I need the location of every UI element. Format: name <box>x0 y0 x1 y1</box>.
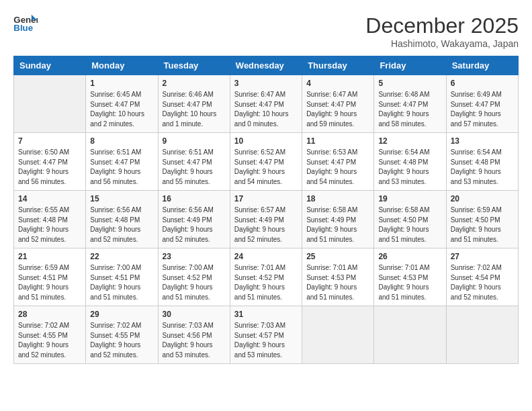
month-title: December 2025 <box>365 13 519 38</box>
calendar-week-5: 28Sunrise: 7:02 AMSunset: 4:55 PMDayligh… <box>14 306 519 364</box>
day-number: 25 <box>306 252 369 261</box>
day-number: 10 <box>234 136 298 146</box>
calendar-week-3: 14Sunrise: 6:55 AMSunset: 4:48 PMDayligh… <box>14 191 519 248</box>
page-header: General Blue General Blue December 2025 … <box>13 13 519 49</box>
calendar-cell: 13Sunrise: 6:54 AMSunset: 4:48 PMDayligh… <box>446 133 518 191</box>
calendar-cell: 28Sunrise: 7:02 AMSunset: 4:55 PMDayligh… <box>14 306 86 364</box>
calendar-week-1: 1Sunrise: 6:45 AMSunset: 4:47 PMDaylight… <box>14 75 519 133</box>
day-number: 28 <box>18 310 81 319</box>
day-number: 2 <box>163 79 226 88</box>
location-subtitle: Hashimoto, Wakayama, Japan <box>365 38 519 49</box>
day-number: 26 <box>378 252 441 261</box>
day-info: Sunrise: 6:48 AMSunset: 4:47 PMDaylight:… <box>378 90 441 129</box>
calendar-cell: 11Sunrise: 6:53 AMSunset: 4:47 PMDayligh… <box>302 133 374 191</box>
calendar-cell: 22Sunrise: 7:00 AMSunset: 4:51 PMDayligh… <box>86 248 158 306</box>
calendar-cell: 31Sunrise: 7:03 AMSunset: 4:57 PMDayligh… <box>230 306 302 364</box>
day-info: Sunrise: 6:51 AMSunset: 4:47 PMDaylight:… <box>163 148 226 187</box>
calendar-cell: 20Sunrise: 6:59 AMSunset: 4:50 PMDayligh… <box>446 191 518 248</box>
header-thursday: Thursday <box>302 56 374 75</box>
day-info: Sunrise: 6:53 AMSunset: 4:47 PMDaylight:… <box>306 148 369 187</box>
calendar-cell: 18Sunrise: 6:58 AMSunset: 4:49 PMDayligh… <box>302 191 374 248</box>
day-number: 3 <box>234 79 298 88</box>
calendar-cell: 2Sunrise: 6:46 AMSunset: 4:47 PMDaylight… <box>158 75 230 133</box>
calendar-cell: 4Sunrise: 6:47 AMSunset: 4:47 PMDaylight… <box>302 75 374 133</box>
day-info: Sunrise: 7:03 AMSunset: 4:57 PMDaylight:… <box>234 321 298 360</box>
calendar-cell: 12Sunrise: 6:54 AMSunset: 4:48 PMDayligh… <box>374 133 446 191</box>
calendar-cell: 8Sunrise: 6:51 AMSunset: 4:47 PMDaylight… <box>86 133 158 191</box>
day-info: Sunrise: 6:56 AMSunset: 4:48 PMDaylight:… <box>90 205 153 244</box>
day-info: Sunrise: 6:57 AMSunset: 4:49 PMDaylight:… <box>234 205 298 244</box>
calendar-cell: 9Sunrise: 6:51 AMSunset: 4:47 PMDaylight… <box>158 133 230 191</box>
day-number: 4 <box>306 79 369 88</box>
header-monday: Monday <box>86 56 158 75</box>
calendar-cell: 19Sunrise: 6:58 AMSunset: 4:50 PMDayligh… <box>374 191 446 248</box>
calendar-cell: 27Sunrise: 7:02 AMSunset: 4:54 PMDayligh… <box>446 248 518 306</box>
header-saturday: Saturday <box>446 56 518 75</box>
day-info: Sunrise: 6:54 AMSunset: 4:48 PMDaylight:… <box>451 148 514 187</box>
calendar-cell <box>302 306 374 364</box>
day-number: 20 <box>451 194 514 203</box>
calendar-cell: 21Sunrise: 6:59 AMSunset: 4:51 PMDayligh… <box>14 248 86 306</box>
day-number: 21 <box>18 252 81 261</box>
day-number: 7 <box>18 136 81 146</box>
calendar-cell: 7Sunrise: 6:50 AMSunset: 4:47 PMDaylight… <box>14 133 86 191</box>
header-friday: Friday <box>374 56 446 75</box>
day-info: Sunrise: 7:00 AMSunset: 4:51 PMDaylight:… <box>90 263 153 302</box>
day-number: 16 <box>163 194 226 203</box>
day-info: Sunrise: 6:58 AMSunset: 4:50 PMDaylight:… <box>378 205 441 244</box>
calendar-table: SundayMondayTuesdayWednesdayThursdayFrid… <box>13 56 519 364</box>
calendar-cell: 6Sunrise: 6:49 AMSunset: 4:47 PMDaylight… <box>446 75 518 133</box>
header-tuesday: Tuesday <box>158 56 230 75</box>
calendar-cell: 23Sunrise: 7:00 AMSunset: 4:52 PMDayligh… <box>158 248 230 306</box>
title-block: December 2025 Hashimoto, Wakayama, Japan <box>365 13 519 49</box>
logo: General Blue General Blue <box>13 13 38 34</box>
calendar-cell <box>446 306 518 364</box>
day-info: Sunrise: 6:58 AMSunset: 4:49 PMDaylight:… <box>306 205 369 244</box>
calendar-cell: 10Sunrise: 6:52 AMSunset: 4:47 PMDayligh… <box>230 133 302 191</box>
day-number: 27 <box>451 252 514 261</box>
header-wednesday: Wednesday <box>230 56 302 75</box>
calendar-cell: 15Sunrise: 6:56 AMSunset: 4:48 PMDayligh… <box>86 191 158 248</box>
logo-icon: General Blue <box>13 13 38 34</box>
day-info: Sunrise: 7:02 AMSunset: 4:55 PMDaylight:… <box>90 321 153 360</box>
day-info: Sunrise: 7:02 AMSunset: 4:54 PMDaylight:… <box>451 263 514 302</box>
day-number: 29 <box>90 310 153 319</box>
day-number: 1 <box>90 79 153 88</box>
day-number: 19 <box>378 194 441 203</box>
day-info: Sunrise: 6:59 AMSunset: 4:50 PMDaylight:… <box>451 205 514 244</box>
day-info: Sunrise: 7:02 AMSunset: 4:55 PMDaylight:… <box>18 321 81 360</box>
day-number: 6 <box>451 79 514 88</box>
day-info: Sunrise: 6:47 AMSunset: 4:47 PMDaylight:… <box>306 90 369 129</box>
day-info: Sunrise: 6:59 AMSunset: 4:51 PMDaylight:… <box>18 263 81 302</box>
day-info: Sunrise: 6:54 AMSunset: 4:48 PMDaylight:… <box>378 148 441 187</box>
day-number: 23 <box>163 252 226 261</box>
day-info: Sunrise: 6:47 AMSunset: 4:47 PMDaylight:… <box>234 90 298 129</box>
calendar-header-row: SundayMondayTuesdayWednesdayThursdayFrid… <box>14 56 519 75</box>
calendar-cell <box>374 306 446 364</box>
day-number: 11 <box>306 136 369 146</box>
day-info: Sunrise: 7:01 AMSunset: 4:53 PMDaylight:… <box>306 263 369 302</box>
calendar-week-4: 21Sunrise: 6:59 AMSunset: 4:51 PMDayligh… <box>14 248 519 306</box>
calendar-cell: 25Sunrise: 7:01 AMSunset: 4:53 PMDayligh… <box>302 248 374 306</box>
day-info: Sunrise: 7:03 AMSunset: 4:56 PMDaylight:… <box>163 321 226 360</box>
svg-text:Blue: Blue <box>13 23 33 33</box>
calendar-cell <box>14 75 86 133</box>
day-number: 5 <box>378 79 441 88</box>
calendar-cell: 14Sunrise: 6:55 AMSunset: 4:48 PMDayligh… <box>14 191 86 248</box>
header-sunday: Sunday <box>14 56 86 75</box>
day-number: 24 <box>234 252 298 261</box>
day-info: Sunrise: 6:52 AMSunset: 4:47 PMDaylight:… <box>234 148 298 187</box>
calendar-cell: 26Sunrise: 7:01 AMSunset: 4:53 PMDayligh… <box>374 248 446 306</box>
calendar-week-2: 7Sunrise: 6:50 AMSunset: 4:47 PMDaylight… <box>14 133 519 191</box>
day-info: Sunrise: 6:56 AMSunset: 4:49 PMDaylight:… <box>163 205 226 244</box>
day-info: Sunrise: 6:45 AMSunset: 4:47 PMDaylight:… <box>90 90 153 129</box>
calendar-cell: 5Sunrise: 6:48 AMSunset: 4:47 PMDaylight… <box>374 75 446 133</box>
day-number: 9 <box>163 136 226 146</box>
day-info: Sunrise: 6:50 AMSunset: 4:47 PMDaylight:… <box>18 148 81 187</box>
day-info: Sunrise: 6:55 AMSunset: 4:48 PMDaylight:… <box>18 205 81 244</box>
day-info: Sunrise: 7:01 AMSunset: 4:53 PMDaylight:… <box>378 263 441 302</box>
calendar-cell: 24Sunrise: 7:01 AMSunset: 4:52 PMDayligh… <box>230 248 302 306</box>
day-number: 13 <box>451 136 514 146</box>
day-number: 14 <box>18 194 81 203</box>
day-number: 17 <box>234 194 298 203</box>
